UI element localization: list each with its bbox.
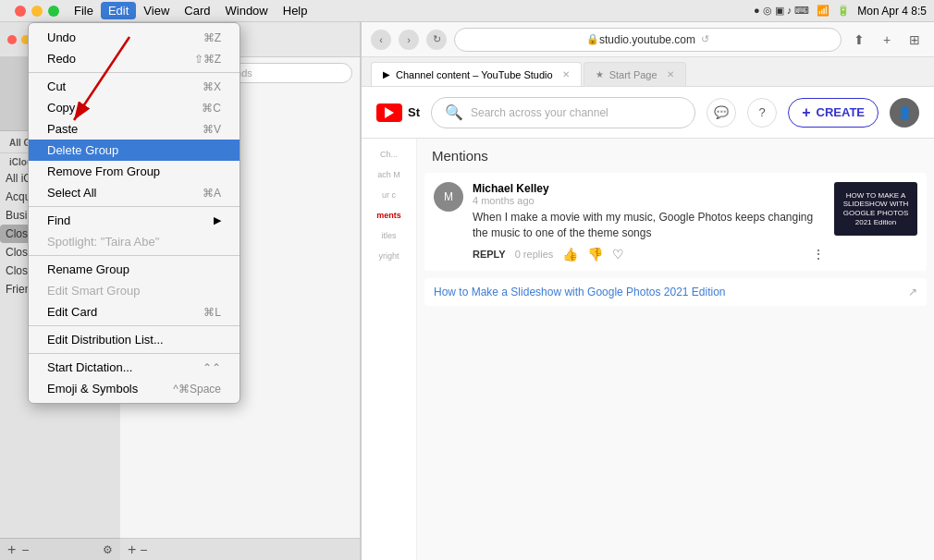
add-contact-btn[interactable]: +: [128, 542, 136, 558]
yt-play-icon: [385, 107, 394, 118]
menu-item-emoji-symbols[interactable]: Emoji & Symbols ^⌘Space: [29, 378, 240, 399]
yt-brand-label: St: [408, 105, 420, 119]
menu-separator-4: [29, 325, 240, 326]
tab-start-page[interactable]: ★ Start Page ✕: [584, 62, 686, 86]
reload-icon: ↺: [701, 33, 709, 45]
close-btn[interactable]: [7, 35, 17, 44]
add-group-btn[interactable]: +: [7, 542, 16, 558]
lock-icon: 🔒: [586, 33, 599, 45]
comment-time: 4 months ago: [473, 195, 825, 206]
remove-group-btn[interactable]: −: [21, 542, 29, 557]
yt-nav-comments[interactable]: ments: [362, 207, 416, 224]
yt-nav-sidebar: Ch... ach M ur c ments itles yright: [362, 139, 417, 560]
window-controls: [7, 6, 67, 17]
comment-body: When I make a movie with my music, Googl…: [473, 210, 825, 241]
tab-close-btn[interactable]: ✕: [562, 69, 570, 79]
reply-btn[interactable]: REPLY: [473, 249, 506, 260]
comment-card: M Michael Kelley 4 months ago When I mak…: [424, 173, 927, 271]
notifications-btn[interactable]: 💬: [707, 98, 736, 128]
like-icon[interactable]: 👍: [562, 247, 578, 262]
heart-icon[interactable]: ♡: [612, 247, 624, 262]
forward-btn[interactable]: ›: [399, 30, 419, 50]
url-text: studio.youtube.com: [599, 33, 695, 46]
address-bar[interactable]: 🔒 studio.youtube.com ↺: [454, 28, 842, 52]
clock: Mon Apr 4 8:5: [857, 5, 927, 18]
tab-close-btn-2[interactable]: ✕: [667, 69, 674, 79]
dislike-icon[interactable]: 👎: [587, 247, 603, 262]
star-icon: ★: [596, 69, 604, 79]
search-icon: 🔍: [445, 103, 463, 121]
menu-item-cut[interactable]: Cut ⌘X: [29, 76, 240, 97]
menu-item-paste[interactable]: Paste ⌘V: [29, 118, 240, 140]
menu-item-edit-distribution-list[interactable]: Edit Distribution List...: [29, 329, 240, 350]
video-thumbnail[interactable]: HOW TO MAKE A SLIDESHOW WITH GOOGLE PHOT…: [834, 182, 917, 236]
close-window-btn[interactable]: [15, 6, 26, 17]
help-btn[interactable]: ?: [747, 98, 777, 128]
create-plus-icon: +: [802, 104, 810, 121]
battery-icon: 🔋: [837, 5, 850, 17]
menubar: File Edit View Card Window Help ● ◎ ▣ ♪ …: [0, 0, 934, 22]
yt-tab-icon: ▶: [383, 69, 390, 79]
status-icons: ● ◎ ▣ ♪ ⌨: [754, 5, 809, 17]
yt-logo-box: [376, 103, 402, 122]
menu-item-find[interactable]: Find ▶: [29, 210, 240, 231]
menu-item-spotlight: Spotlight: "Taira Abe": [29, 231, 240, 252]
yt-nav-analytics[interactable]: ach M: [362, 166, 416, 183]
menu-item-edit-card[interactable]: Edit Card ⌘L: [29, 301, 240, 323]
tab-channel-content[interactable]: ▶ Channel content – YouTube Studio ✕: [371, 62, 582, 86]
yt-header-actions: 💬 ? + CREATE 👤: [707, 98, 919, 128]
menu-item-delete-group[interactable]: Delete Group: [29, 140, 240, 161]
yt-search-placeholder: Search across your channel: [471, 106, 608, 119]
yt-nav-copyright[interactable]: yright: [362, 248, 416, 264]
menu-separator-1: [29, 72, 240, 73]
menu-item-rename-group[interactable]: Rename Group: [29, 259, 240, 280]
user-avatar[interactable]: 👤: [890, 98, 919, 128]
menu-separator-3: [29, 255, 240, 256]
settings-icon[interactable]: ⚙: [103, 543, 113, 556]
comment-content: M Michael Kelley 4 months ago When I mak…: [434, 182, 917, 262]
browser-toolbar: ‹ › ↻ 🔒 studio.youtube.com ↺ ⬆ + ⊞: [362, 22, 934, 57]
yt-header: St 🔍 Search across your channel 💬 ? + CR…: [362, 87, 934, 139]
refresh-btn[interactable]: ↻: [426, 30, 447, 50]
menubar-view[interactable]: View: [136, 2, 177, 19]
menubar-window[interactable]: Window: [218, 2, 276, 19]
maximize-window-btn[interactable]: [48, 6, 59, 17]
menu-item-copy[interactable]: Copy ⌘C: [29, 97, 240, 118]
tab-label-channel: Channel content – YouTube Studio: [396, 69, 553, 80]
yt-nav-subtitles[interactable]: itles: [362, 227, 416, 244]
more-options-icon[interactable]: ⋮: [812, 247, 825, 262]
remove-contact-btn[interactable]: −: [140, 542, 147, 557]
menu-item-start-dictation[interactable]: Start Dictation... ⌃⌃: [29, 357, 240, 378]
replies-count[interactable]: 0 replies: [515, 249, 554, 260]
menu-item-undo[interactable]: Undo ⌘Z: [29, 27, 240, 48]
menu-item-redo[interactable]: Redo ⇧⌘Z: [29, 48, 240, 69]
minimize-window-btn[interactable]: [31, 6, 43, 17]
yt-nav-channel[interactable]: Ch...: [362, 146, 416, 163]
edit-dropdown-menu: Undo ⌘Z Redo ⇧⌘Z Cut ⌘X Copy ⌘C Paste ⌘V…: [28, 22, 240, 404]
menu-item-remove-from-group[interactable]: Remove From Group: [29, 161, 240, 182]
yt-search-bar[interactable]: 🔍 Search across your channel: [431, 97, 695, 128]
create-btn[interactable]: + CREATE: [788, 98, 879, 128]
menu-separator-2: [29, 206, 240, 207]
share-btn[interactable]: ⬆: [849, 30, 869, 50]
menubar-edit[interactable]: Edit: [101, 2, 136, 19]
contacts-sidebar-bottom: + − ⚙: [0, 538, 120, 560]
external-link-icon[interactable]: ↗: [908, 286, 917, 298]
contacts-list-bottom: + −: [120, 538, 360, 560]
back-btn[interactable]: ‹: [371, 30, 391, 50]
browser-window: ‹ › ↻ 🔒 studio.youtube.com ↺ ⬆ + ⊞ ▶ Cha…: [361, 22, 934, 560]
menu-item-select-all[interactable]: Select All ⌘A: [29, 182, 240, 203]
menubar-card[interactable]: Card: [177, 2, 217, 19]
new-tab-btn[interactable]: +: [877, 30, 897, 50]
slideshow-link[interactable]: How to Make a Slideshow with Google Phot…: [434, 286, 726, 298]
mentions-heading: Mentions: [417, 139, 934, 173]
menubar-help[interactable]: Help: [276, 2, 315, 19]
browser-tabs: ▶ Channel content – YouTube Studio ✕ ★ S…: [362, 57, 934, 87]
yt-nav-content[interactable]: ur c: [362, 187, 416, 203]
menubar-file[interactable]: File: [67, 2, 101, 19]
slideshow-promo: How to Make a Slideshow with Google Phot…: [424, 278, 927, 306]
tab-label-start: Start Page: [609, 69, 657, 80]
wifi-icon: 📶: [817, 5, 830, 17]
sidebar-toggle-btn[interactable]: ⊞: [904, 30, 925, 50]
yt-content-pane: Mentions M Michael Kelley 4 months ago W…: [417, 139, 934, 560]
